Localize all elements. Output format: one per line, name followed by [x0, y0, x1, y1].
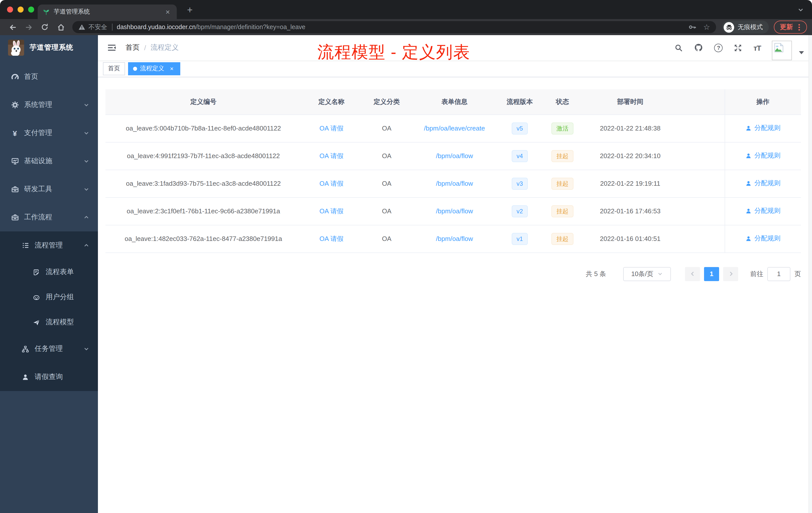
sidebar-item-infrastructure[interactable]: 基础设施 — [0, 147, 98, 175]
sidebar-item-label: 首页 — [24, 72, 38, 81]
avatar[interactable] — [772, 40, 792, 60]
assign-rule-link[interactable]: 分配规则 — [746, 124, 781, 133]
form-link[interactable]: /bpm/oa/flow — [436, 235, 473, 242]
page-scrollbar[interactable] — [809, 35, 812, 513]
col-header-actions: 操作 — [725, 89, 801, 115]
yen-icon — [10, 129, 19, 137]
sidebar-item-home[interactable]: 首页 — [0, 63, 98, 91]
chevron-down-icon — [83, 158, 89, 164]
col-header-form-info: 表单信息 — [412, 89, 497, 115]
sidebar-item-process-model[interactable]: 流程模型 — [0, 310, 98, 335]
form-link[interactable]: /bpm/oa/flow — [436, 152, 473, 160]
robot-face-icon — [32, 293, 41, 301]
home-button[interactable] — [54, 21, 67, 34]
avatar-caret-icon[interactable] — [799, 51, 804, 54]
chevron-up-icon — [83, 214, 89, 220]
goto-page-input[interactable] — [767, 267, 790, 281]
sidebar-item-process-form[interactable]: 流程表单 — [0, 260, 98, 284]
fullscreen-icon[interactable] — [734, 43, 743, 52]
definition-name-link[interactable]: OA 请假 — [319, 124, 343, 132]
url-text[interactable]: dashboard.yudao.iocoder.cn/bpm/manager/d… — [117, 24, 682, 31]
security-label[interactable]: 不安全 — [88, 23, 107, 31]
forward-button[interactable] — [22, 21, 35, 34]
sidebar-item-workflow[interactable]: 工作流程 — [0, 203, 98, 232]
sidebar-item-task-management[interactable]: 任务管理 — [0, 335, 98, 363]
tag-process-definition[interactable]: 流程定义 — [128, 62, 180, 75]
cell-deploy-time: 2022-01-22 20:34:10 — [582, 142, 678, 170]
tag-home[interactable]: 首页 — [103, 62, 125, 75]
form-link[interactable]: /bpm/oa/flow — [436, 180, 473, 187]
user-icon — [746, 125, 752, 131]
browser-tab[interactable]: 芋道管理系统 — [38, 4, 177, 19]
breadcrumb-home-link[interactable]: 首页 — [125, 43, 140, 52]
key-icon[interactable] — [688, 23, 696, 31]
sidebar: 芋道管理系统 首页 系统管理 支 — [0, 35, 98, 513]
traffic-light-minimize-button[interactable] — [18, 6, 24, 12]
traffic-light-close-button[interactable] — [7, 6, 13, 12]
sidebar-collapse-icon[interactable] — [106, 42, 118, 54]
search-icon[interactable] — [675, 43, 683, 52]
page-size-select[interactable]: 10条/页 — [623, 267, 671, 281]
table-row: oa_leave:2:3c1f0ef1-76b1-11ec-9c66-a2380… — [106, 197, 801, 225]
help-icon[interactable] — [714, 43, 723, 52]
assign-rule-link[interactable]: 分配规则 — [746, 179, 781, 188]
traffic-light-zoom-button[interactable] — [28, 6, 34, 12]
org-tree-icon — [21, 345, 30, 353]
cell-filler — [678, 170, 725, 197]
definition-name-link[interactable]: OA 请假 — [319, 179, 343, 187]
user-icon — [746, 153, 752, 159]
status-badge: 挂起 — [551, 177, 574, 189]
form-link[interactable]: /bpm/oa/flow — [436, 207, 473, 215]
cell-category: OA — [361, 115, 412, 142]
col-header-definition-name: 定义名称 — [301, 89, 361, 115]
page-number-button[interactable]: 1 — [704, 267, 719, 281]
back-button[interactable] — [6, 21, 19, 34]
definition-name-link[interactable]: OA 请假 — [319, 235, 343, 242]
version-badge: v5 — [512, 122, 528, 134]
definition-name-link[interactable]: OA 请假 — [319, 207, 343, 215]
sidebar-item-label: 基础设施 — [24, 157, 52, 165]
definition-name-link[interactable]: OA 请假 — [319, 152, 343, 159]
github-icon[interactable] — [694, 43, 703, 52]
form-edit-icon — [32, 268, 41, 276]
chevron-down-icon — [83, 102, 89, 108]
tag-close-icon[interactable] — [168, 65, 175, 72]
reload-button[interactable] — [38, 21, 51, 34]
toolbox-icon — [10, 185, 19, 193]
cell-definition-id: oa_leave:3:1fad3d93-7b75-11ec-a3c8-acde4… — [106, 170, 301, 197]
assign-rule-link[interactable]: 分配规则 — [746, 207, 781, 216]
assign-rule-label: 分配规则 — [754, 207, 781, 216]
sidebar-item-dev-tools[interactable]: 研发工具 — [0, 175, 98, 203]
address-bar[interactable]: 不安全 dashboard.yudao.iocoder.cn/bpm/manag… — [72, 21, 716, 33]
cell-filler — [678, 142, 725, 170]
assign-rule-label: 分配规则 — [754, 234, 781, 243]
tab-search-chevron-icon[interactable] — [798, 6, 804, 15]
sidebar-item-process-management[interactable]: 流程管理 — [0, 232, 98, 260]
assign-rule-link[interactable]: 分配规则 — [746, 234, 781, 243]
sidebar-item-system[interactable]: 系统管理 — [0, 91, 98, 119]
chevron-down-icon — [83, 186, 89, 192]
version-badge: v2 — [512, 205, 528, 217]
bookmark-star-icon[interactable] — [703, 23, 710, 32]
cell-definition-id: oa_leave:4:991f2193-7b7f-11ec-a3c8-acde4… — [106, 142, 301, 170]
prev-page-button[interactable] — [685, 267, 700, 281]
browser-update-button[interactable]: 更新 — [774, 21, 807, 34]
assign-rule-link[interactable]: 分配规则 — [746, 151, 781, 160]
assign-rule-label: 分配规则 — [754, 151, 781, 160]
workflow-submenu: 流程管理 流程表单 用户分组 — [0, 232, 98, 391]
sidebar-logo[interactable]: 芋道管理系统 — [0, 35, 98, 60]
new-tab-button[interactable] — [184, 4, 196, 17]
sidebar-item-user-group[interactable]: 用户分组 — [0, 284, 98, 310]
sidebar-item-leave-query[interactable]: 请假查询 — [0, 363, 98, 391]
paper-plane-icon — [32, 319, 41, 326]
sidebar-item-payment[interactable]: 支付管理 — [0, 119, 98, 147]
user-icon — [21, 373, 30, 381]
col-header-status: 状态 — [542, 89, 582, 115]
next-page-button[interactable] — [723, 267, 738, 281]
font-size-icon[interactable] — [754, 43, 761, 52]
browser-tab-strip: 芋道管理系统 — [0, 0, 812, 19]
gear-icon — [10, 101, 19, 109]
cell-filler — [678, 115, 725, 142]
form-link[interactable]: /bpm/oa/leave/create — [424, 124, 485, 132]
tab-close-icon[interactable] — [164, 7, 172, 16]
